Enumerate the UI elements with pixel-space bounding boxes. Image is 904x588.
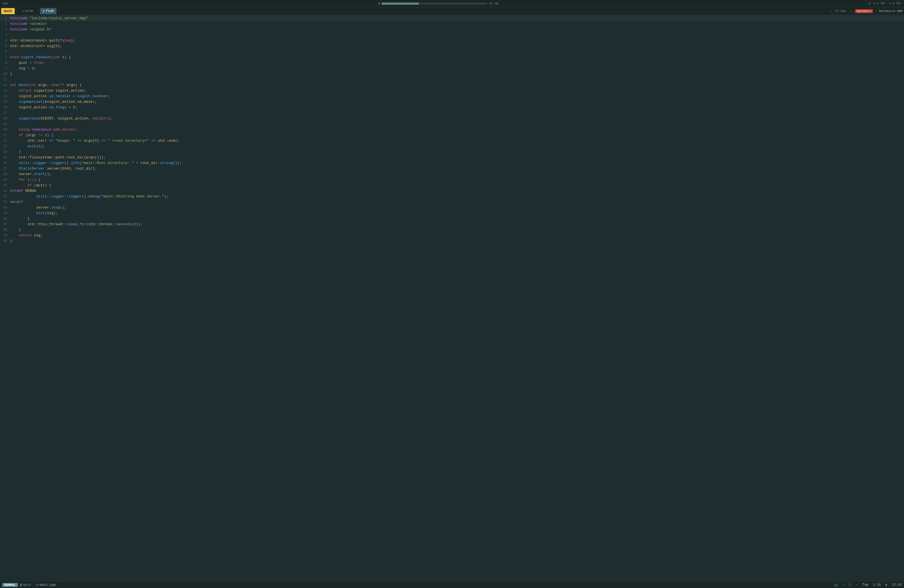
code-line: 23 exit(1);: [0, 144, 904, 149]
code-line: 14 sigint_action.sa_handler = sigint_han…: [0, 93, 904, 99]
line-content: }: [10, 216, 904, 221]
line-number: 33: [0, 199, 10, 205]
line-content: sig = s;: [10, 66, 904, 71]
line-number: 1: [0, 16, 10, 21]
line-number: 8: [0, 60, 10, 66]
code-line: 31 #ifdef DEBUG: [0, 188, 904, 194]
line-number: 1: [0, 21, 10, 27]
line-content: std::this_thread::sleep_for(std::chrono:…: [10, 221, 904, 227]
line-number: 14: [0, 93, 10, 99]
code-line: 6: [0, 49, 904, 55]
code-line: 3: [0, 32, 904, 38]
line-content: if (quit) {: [10, 183, 904, 188]
line-number: 23: [0, 144, 10, 149]
status-bar: NORMAL ψ main › ◎ main.cpp gg ‹ ⬡ › Top …: [0, 581, 904, 588]
code-line: 9 sig = s;: [0, 66, 904, 71]
line-content: exit(1);: [10, 144, 904, 149]
code-line: 1 #include "include/static_server.hpp": [0, 16, 904, 21]
tab-fish-label: fish: [46, 9, 54, 13]
code-line: 35 exit(sig);: [0, 210, 904, 216]
tab-nvim-label: nvim: [25, 9, 33, 13]
line-content: }: [10, 238, 904, 244]
line-content: sigemptyset(&sigint_action.sa_mask);: [10, 99, 904, 105]
line-number: 21: [0, 133, 10, 138]
line-number: 16: [0, 105, 10, 110]
code-line: 36 }: [0, 216, 904, 221]
line-number: 11: [0, 77, 10, 82]
code-line: 38 }: [0, 227, 904, 233]
mem-icon: ⊞: [378, 2, 380, 5]
line-content: #include "include/static_server.hpp": [10, 16, 904, 21]
line-number: 25: [0, 155, 10, 160]
code-area: 1 #include "include/static_server.hpp" 1…: [0, 15, 904, 581]
code-line: 18 sigaction(SIGINT, &sigint_action, nul…: [0, 116, 904, 122]
line-content: using namespace web_server;: [10, 127, 904, 133]
line-content: server.start();: [10, 172, 904, 177]
code-line: 40 }: [0, 238, 904, 244]
code-line: 26 utils::Logger::logger().info("main::R…: [0, 160, 904, 166]
line-number: 29: [0, 177, 10, 183]
code-line: 13 struct sigaction sigint_action;: [0, 88, 904, 93]
line-number: 22: [0, 138, 10, 144]
tab-fish[interactable]: 2 fish: [40, 8, 57, 14]
line-number: 9: [0, 66, 10, 71]
line-number: 15: [0, 99, 10, 105]
code-line: 39 return sig;: [0, 233, 904, 238]
status-arrow-right: ›: [856, 583, 858, 587]
code-line: 11: [0, 77, 904, 82]
line-number: 10: [0, 71, 10, 77]
mem-bar: [382, 3, 487, 5]
chevron-left-icon: ‹: [830, 9, 832, 13]
line-number: 40: [0, 238, 10, 244]
host-name: Machearns-MBP: [879, 9, 903, 13]
line-number: 17: [0, 110, 10, 116]
top-bar-right: ⊟ 1.0 kB↓ 1.0 kB↑: [869, 2, 902, 5]
mem-bar-container: ⊞ 23 GB: [378, 2, 498, 5]
line-number: 2: [0, 27, 10, 32]
file-name: main.cpp: [40, 583, 56, 587]
status-right: gg ‹ ⬡ › Top 1:16 ◉ 12:42: [834, 583, 902, 587]
line-content: server.stop();: [10, 205, 904, 210]
line-content: sigint_action.sa_flags = 0;: [10, 105, 904, 110]
line-number: 30: [0, 183, 10, 188]
code-line: 2 #include <signal.h>: [0, 27, 904, 32]
tab-main[interactable]: main: [1, 8, 15, 14]
line-content: #include <signal.h>: [10, 27, 904, 32]
line-number: 36: [0, 216, 10, 221]
line-number: 18: [0, 116, 10, 122]
net-up: 1.0 kB↑: [889, 2, 902, 5]
tab-nvim[interactable]: 1 nvim: [19, 8, 36, 14]
git-branch-name: main: [23, 583, 31, 587]
line-number: 3: [0, 32, 10, 38]
line-number: 5: [0, 43, 10, 49]
tabs-bar: main › 1 nvim › 2 fish › ‹ 27 Dec › mach…: [0, 7, 904, 15]
code-line: 29 for (;;) {: [0, 177, 904, 183]
status-file: ◎ main.cpp: [36, 583, 56, 587]
line-number: 37: [0, 221, 10, 227]
code-line: 22 std::cerr << "Usage: " << argv[0] << …: [0, 138, 904, 144]
line-number: 20: [0, 127, 10, 133]
code-line: 28 server.start();: [0, 172, 904, 177]
top-bar-center: ⊞ 23 GB: [8, 2, 869, 5]
line-number: 27: [0, 166, 10, 172]
status-arrow-left: ‹: [842, 583, 844, 587]
line-content: exit(sig);: [10, 210, 904, 216]
code-line: 15 sigemptyset(&sigint_action.sa_mask);: [0, 99, 904, 105]
line-content: std::filesystem::path root_dir{argv[1]};: [10, 155, 904, 160]
cpu-percent: 16%: [2, 2, 8, 5]
line-content: #ifdef DEBUG: [10, 188, 904, 194]
status-top: Top: [862, 583, 868, 587]
code-line: 8 quit = true;: [0, 60, 904, 66]
code-lines: 1 #include "include/static_server.hpp" 1…: [0, 16, 904, 581]
status-mode: NORMAL: [2, 583, 18, 587]
net-icon: ⊟: [869, 2, 871, 5]
line-number: 38: [0, 227, 10, 233]
line-content: std::atomic<int> sig{0};: [10, 43, 904, 49]
host-badge: machearn › Machearns-MBP: [855, 9, 903, 13]
mem-label: 23 GB: [489, 2, 498, 5]
line-number: 4: [0, 38, 10, 43]
line-content: struct sigaction sigint_action;: [10, 88, 904, 93]
line-number: 19: [0, 122, 10, 127]
line-content: sigaction(SIGINT, &sigint_action, nullpt…: [10, 116, 904, 122]
code-line: 16 sigint_action.sa_flags = 0;: [0, 105, 904, 110]
